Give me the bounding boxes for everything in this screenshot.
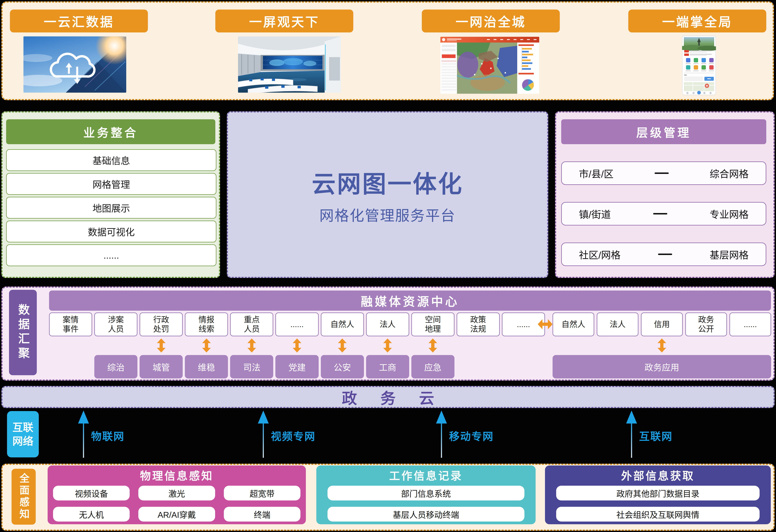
sensing-item: 终端 (224, 507, 301, 522)
cloud-computing-photo (23, 36, 126, 93)
banner-one-network: 一网治全城 (422, 10, 560, 32)
department-box: 维稳 (185, 355, 228, 378)
department-box: 党建 (275, 355, 319, 378)
department-box: 公安 (321, 355, 364, 378)
resource-box: 信用 (641, 312, 683, 336)
sensing-item: 超宽带 (224, 486, 301, 501)
resource-box: 自然人 (553, 312, 594, 336)
department-box: 司法 (230, 355, 273, 378)
sensing-item: 无人机 (53, 507, 130, 522)
mobile-app-screenshot (682, 36, 716, 95)
resource-box: 政策 法规 (457, 312, 500, 336)
resource-box: 政务 公开 (685, 312, 727, 336)
network-channel-label: 移动专网 (449, 428, 494, 443)
resource-box: 空间 地理 (411, 312, 454, 336)
department-box: 城管 (140, 355, 183, 378)
resource-box: 重点 人员 (230, 312, 273, 336)
up-down-arrow-icon (247, 338, 256, 352)
up-down-arrow-icon (383, 338, 392, 352)
physical-sensing-title: 物理信息感知 (48, 466, 306, 484)
platform-title: 云网图一体化 (312, 165, 463, 199)
business-item: ...... (6, 244, 216, 266)
resource-box: 案情 事件 (49, 312, 92, 336)
hierarchy-grid: 综合网格 (710, 166, 749, 181)
sensing-item: 激光 (138, 486, 215, 501)
government-apps-box: 政务应用 (553, 355, 771, 378)
department-box: 应急 (411, 355, 454, 378)
connector-dash (655, 173, 669, 174)
gis-map-screenshot (440, 37, 539, 94)
business-item: 地图展示 (6, 197, 216, 219)
full-sensing-tab: 全面感知 (12, 469, 36, 525)
business-integration-panel: 业务整合 基础信息 网格管理 地图展示 数据可视化 ...... (1, 111, 220, 278)
network-channel-label: 互联网 (639, 428, 673, 443)
up-arrow-icon (436, 411, 447, 458)
platform-title-panel: 云网图一体化 网格化管理服务平台 (227, 111, 548, 278)
network-channel-label: 物联网 (91, 428, 125, 443)
hierarchy-level: 社区/网格 (579, 247, 620, 262)
resource-box: ...... (730, 312, 771, 336)
network-channel-label: 视频专网 (271, 428, 316, 443)
work-record-title: 工作信息记录 (316, 466, 536, 484)
department-box: 工商 (366, 355, 409, 378)
up-down-arrow-icon (157, 338, 166, 352)
work-record-box: 工作信息记录 部门信息系统 基层人员移动终端 (316, 466, 536, 524)
resource-box: 情报 线索 (185, 312, 228, 336)
right-resource-grid: 自然人 法人 信用 政务 公开 ...... 政务应用 (553, 312, 771, 378)
network-tab: 互联 网络 (7, 411, 39, 457)
platform-subtitle: 网格化管理服务平台 (319, 204, 456, 225)
top-highlights-panel: 一云汇数据 一屏观天下 一网治全城 一端掌全局 (1, 1, 774, 100)
resource-box: ...... (275, 312, 319, 336)
physical-sensing-box: 物理信息感知 视频设备 激光 超宽带 无人机 AR/AI穿戴 终端 (48, 466, 306, 524)
up-down-arrow-icon (202, 338, 211, 352)
external-item: 社会组织及互联网舆情 (556, 507, 760, 522)
up-arrow-icon (78, 411, 89, 458)
up-down-arrow-icon (428, 338, 437, 352)
hierarchy-row: 市/县/区 综合网格 (561, 162, 766, 185)
up-arrow-icon (626, 411, 637, 458)
up-down-arrow-icon (293, 338, 301, 352)
hierarchy-row: 镇/街道 专业网格 (561, 202, 766, 226)
left-resource-grid: 案情 事件 涉案 人员 行政 处罚 情报 线索 重点 人员 ...... 自然人… (49, 312, 545, 378)
full-sensing-panel: 全面感知 物理信息感知 视频设备 激光 超宽带 无人机 AR/AI穿戴 终端 工… (1, 464, 775, 531)
government-cloud-label: 政务云 (342, 386, 457, 408)
hierarchy-header: 层级管理 (561, 119, 766, 144)
up-down-arrow-icon (338, 338, 347, 352)
government-cloud-bar: 政务云 (1, 386, 775, 408)
hierarchy-management-panel: 层级管理 市/县/区 综合网格 镇/街道 专业网格 社区/网格 基层网格 (555, 111, 775, 278)
hierarchy-grid: 专业网格 (710, 207, 749, 221)
resource-box: 自然人 (321, 312, 364, 336)
external-item: 政府其他部门数据目录 (556, 486, 760, 501)
work-item: 基层人员移动终端 (328, 507, 525, 522)
control-room-photo (238, 36, 341, 93)
hierarchy-grid: 基层网格 (710, 247, 749, 262)
hierarchy-row: 社区/网格 基层网格 (561, 243, 766, 266)
banner-cloud-data: 一云汇数据 (10, 10, 148, 32)
up-arrow-icon (257, 411, 269, 458)
hierarchy-level: 镇/街道 (579, 207, 611, 221)
resource-box: 法人 (366, 312, 409, 336)
data-aggregation-panel: 数据汇聚 融媒体资源中心 案情 事件 涉案 人员 行政 处罚 情报 线索 重点 … (1, 287, 775, 380)
hierarchy-level: 市/县/区 (579, 166, 613, 181)
architecture-diagram: 一云汇数据 一屏观天下 一网治全城 一端掌全局 (0, 0, 776, 532)
connector-dash (653, 213, 667, 215)
connector-dash (658, 254, 672, 255)
external-info-box: 外部信息获取 政府其他部门数据目录 社会组织及互联网舆情 (545, 466, 771, 524)
media-resource-center-header: 融媒体资源中心 (49, 290, 771, 311)
resource-box: 法人 (597, 312, 638, 336)
external-info-title: 外部信息获取 (545, 466, 771, 484)
banner-one-device: 一端掌全局 (628, 10, 766, 32)
banner-one-screen: 一屏观天下 (215, 10, 353, 32)
left-right-arrow-icon (538, 319, 553, 329)
department-box: 综治 (94, 355, 138, 378)
resource-box: 行政 处罚 (140, 312, 183, 336)
sensing-item: 视频设备 (53, 486, 130, 501)
up-down-arrow-icon (657, 338, 666, 352)
business-integration-header: 业务整合 (6, 119, 215, 144)
data-aggregation-tab: 数据汇聚 (9, 290, 37, 375)
business-item: 数据可视化 (6, 221, 216, 242)
business-item: 基础信息 (6, 149, 216, 171)
work-item: 部门信息系统 (328, 486, 525, 501)
resource-box: 涉案 人员 (94, 312, 138, 336)
business-item: 网格管理 (6, 173, 216, 195)
